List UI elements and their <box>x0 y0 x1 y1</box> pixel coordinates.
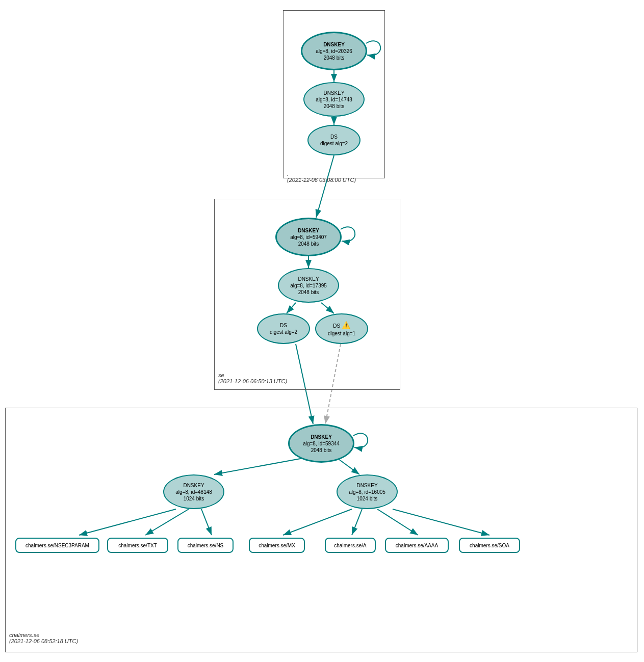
node-rec-soa: chalmers.se/SOA <box>459 538 520 553</box>
node-chalmers-zsk2-label: DNSKEYalg=8, id=160051024 bits <box>349 482 385 502</box>
node-root-ds: DSdigest alg=2 <box>307 125 360 155</box>
node-se-ds-warn-label: DS ⚠️digest alg=1 <box>328 321 355 336</box>
node-rec-txt: chalmers.se/TXT <box>107 538 168 553</box>
node-root-zsk-label: DNSKEYalg=8, id=147482048 bits <box>316 90 352 110</box>
node-se-ds-good-label: DSdigest alg=2 <box>270 322 297 335</box>
node-rec-a: chalmers.se/A <box>325 538 376 553</box>
node-rec-mx: chalmers.se/MX <box>249 538 305 553</box>
node-chalmers-zsk1-label: DNSKEYalg=8, id=481481024 bits <box>175 482 212 502</box>
diagram-container: DNSKEYalg=8, id=203262048 bits DNSKEYalg… <box>0 0 644 662</box>
node-chalmers-zsk2: DNSKEYalg=8, id=160051024 bits <box>337 474 398 509</box>
node-rec-nsec3param: chalmers.se/NSEC3PARAM <box>15 538 99 553</box>
node-rec-ns: chalmers.se/NS <box>177 538 234 553</box>
node-chalmers-ksk-label: DNSKEYalg=8, id=593442048 bits <box>303 434 340 454</box>
zone-root-label: . (2021-12-06 03:08:00 UTC) <box>287 171 356 183</box>
node-se-ds-good: DSdigest alg=2 <box>257 313 310 344</box>
node-se-zsk-label: DNSKEYalg=8, id=173952048 bits <box>290 276 327 296</box>
node-se-ds-warn: DS ⚠️digest alg=1 <box>315 313 368 344</box>
node-chalmers-ksk: DNSKEYalg=8, id=593442048 bits <box>288 424 354 463</box>
node-root-ksk-label: DNSKEYalg=8, id=203262048 bits <box>316 41 352 61</box>
node-root-zsk: DNSKEYalg=8, id=147482048 bits <box>303 82 365 117</box>
node-se-ksk: DNSKEYalg=8, id=594072048 bits <box>275 218 342 256</box>
node-root-ds-label: DSdigest alg=2 <box>320 134 348 147</box>
zone-chalmers-label: chalmers.se (2021-12-06 08:52:18 UTC) <box>9 632 78 644</box>
node-root-ksk: DNSKEYalg=8, id=203262048 bits <box>301 32 367 70</box>
node-se-zsk: DNSKEYalg=8, id=173952048 bits <box>278 268 339 303</box>
node-rec-aaaa: chalmers.se/AAAA <box>385 538 449 553</box>
node-chalmers-zsk1: DNSKEYalg=8, id=481481024 bits <box>163 474 224 509</box>
node-se-ksk-label: DNSKEYalg=8, id=594072048 bits <box>290 227 327 247</box>
zone-se-label: se (2021-12-06 06:50:13 UTC) <box>218 372 287 384</box>
